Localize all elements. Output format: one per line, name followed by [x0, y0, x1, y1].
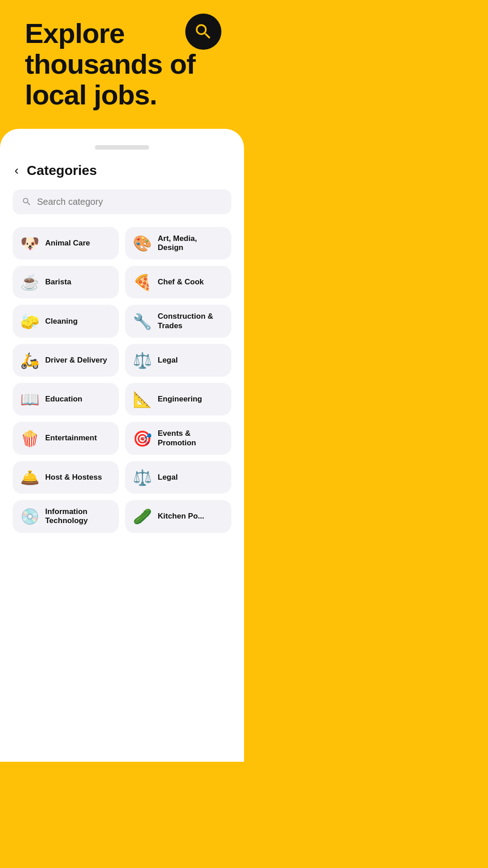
- phone-card: ‹ Categories 🐶Animal Care🎨Art, Media, De…: [0, 129, 244, 762]
- category-emoji-animal-care: 🐶: [20, 234, 40, 252]
- category-emoji-education: 📖: [20, 390, 40, 408]
- category-label-legal-2: Legal: [158, 473, 178, 482]
- category-item-construction-trades[interactable]: 🔧Construction & Trades: [125, 305, 231, 338]
- category-emoji-chef-cook: 🍕: [132, 273, 152, 291]
- categories-grid: 🐶Animal Care🎨Art, Media, Design☕Barista🍕…: [13, 227, 231, 533]
- category-item-engineering[interactable]: 📐Engineering: [125, 383, 231, 415]
- category-item-art-media-design[interactable]: 🎨Art, Media, Design: [125, 227, 231, 260]
- category-item-cleaning[interactable]: 🧽Cleaning: [13, 305, 119, 338]
- category-item-driver-delivery[interactable]: 🛵Driver & Delivery: [13, 344, 119, 377]
- category-label-education: Education: [45, 395, 82, 404]
- category-emoji-kitchen-porter: 🥒: [132, 507, 152, 525]
- category-item-host-hostess[interactable]: 🛎️Host & Hostess: [13, 461, 119, 494]
- category-label-engineering: Engineering: [158, 395, 202, 404]
- phone-notch: [95, 145, 149, 150]
- category-emoji-engineering: 📐: [132, 390, 152, 408]
- search-bar[interactable]: [13, 189, 231, 214]
- category-label-host-hostess: Host & Hostess: [45, 473, 102, 482]
- category-item-barista[interactable]: ☕Barista: [13, 266, 119, 298]
- category-label-driver-delivery: Driver & Delivery: [45, 356, 107, 365]
- category-item-information-technology[interactable]: 💿Information Technology: [13, 500, 119, 533]
- page-title: Categories: [27, 163, 97, 178]
- category-emoji-host-hostess: 🛎️: [20, 468, 40, 486]
- search-icon: [22, 197, 32, 207]
- category-item-entertainment[interactable]: 🍿Entertainment: [13, 422, 119, 455]
- hero-search-icon[interactable]: [185, 14, 221, 50]
- category-emoji-legal-2: ⚖️: [132, 468, 152, 486]
- category-label-art-media-design: Art, Media, Design: [158, 234, 224, 253]
- category-emoji-legal: ⚖️: [132, 351, 152, 369]
- category-emoji-entertainment: 🍿: [20, 429, 40, 448]
- category-emoji-cleaning: 🧽: [20, 312, 40, 330]
- category-item-legal-2[interactable]: ⚖️Legal: [125, 461, 231, 494]
- category-item-education[interactable]: 📖Education: [13, 383, 119, 415]
- category-item-kitchen-porter[interactable]: 🥒Kitchen Po...: [125, 500, 231, 533]
- category-label-chef-cook: Chef & Cook: [158, 278, 204, 287]
- hero-section: Explore thousands of local jobs.: [0, 0, 244, 111]
- back-button[interactable]: ‹: [13, 162, 20, 179]
- category-item-animal-care[interactable]: 🐶Animal Care: [13, 227, 119, 260]
- category-emoji-construction-trades: 🔧: [132, 312, 152, 330]
- category-item-legal[interactable]: ⚖️Legal: [125, 344, 231, 377]
- search-input[interactable]: [37, 197, 222, 207]
- category-emoji-driver-delivery: 🛵: [20, 351, 40, 369]
- category-label-kitchen-porter: Kitchen Po...: [158, 512, 204, 521]
- category-item-chef-cook[interactable]: 🍕Chef & Cook: [125, 266, 231, 298]
- category-label-legal: Legal: [158, 356, 178, 365]
- category-label-cleaning: Cleaning: [45, 317, 78, 326]
- category-label-barista: Barista: [45, 278, 71, 287]
- category-emoji-events-promotions: 🎯: [132, 429, 152, 448]
- category-emoji-art-media-design: 🎨: [132, 234, 152, 252]
- category-label-events-promotions: Events & Promotion: [158, 429, 224, 448]
- category-label-animal-care: Animal Care: [45, 239, 90, 248]
- page-header: ‹ Categories: [13, 162, 231, 179]
- category-emoji-barista: ☕: [20, 273, 40, 291]
- category-item-events-promotions[interactable]: 🎯Events & Promotion: [125, 422, 231, 455]
- category-label-construction-trades: Construction & Trades: [158, 312, 224, 330]
- category-label-information-technology: Information Technology: [45, 507, 112, 526]
- category-label-entertainment: Entertainment: [45, 434, 97, 443]
- category-emoji-information-technology: 💿: [20, 507, 40, 525]
